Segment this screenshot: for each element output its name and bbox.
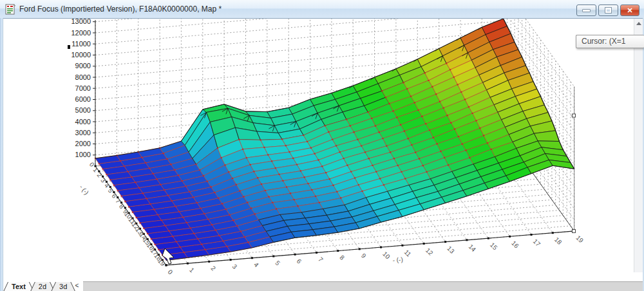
view-tab-bar: Text 2d 3d < xyxy=(3,281,643,291)
svg-text:4000: 4000 xyxy=(75,118,91,126)
svg-text:- (-): - (-) xyxy=(392,256,403,263)
svg-text:8000: 8000 xyxy=(75,73,91,81)
svg-text:6000: 6000 xyxy=(75,95,91,103)
svg-text:18: 18 xyxy=(553,236,564,246)
close-icon: ✕ xyxy=(627,6,632,15)
surface-plot-canvas[interactable]: 1000200030004000500060007000800090001000… xyxy=(3,19,643,291)
map-editor-window: Ford Focus (Importierted Version), F18A0… xyxy=(0,0,644,291)
svg-text:9000: 9000 xyxy=(75,62,91,70)
svg-text:12: 12 xyxy=(424,247,435,257)
svg-text:16: 16 xyxy=(510,239,520,250)
cursor-tooltip: Cursor: (X=1 xyxy=(576,35,644,48)
svg-text:11: 11 xyxy=(402,249,412,258)
map-document-icon xyxy=(5,4,16,15)
svg-text:5: 5 xyxy=(274,259,281,267)
svg-text:- (-): - (-) xyxy=(78,183,90,196)
tab-3d[interactable]: 3d xyxy=(51,281,75,291)
title-bar[interactable]: Ford Focus (Importierted Version), F18A0… xyxy=(0,0,644,19)
svg-text:2000: 2000 xyxy=(75,140,91,147)
svg-text:6: 6 xyxy=(296,258,303,265)
tab-strip-scrollbar[interactable] xyxy=(83,281,643,291)
svg-text:17: 17 xyxy=(532,238,542,248)
minimize-icon xyxy=(582,9,591,12)
svg-text:1000: 1000 xyxy=(75,151,91,158)
map-3d-view[interactable]: 1000200030004000500060007000800090001000… xyxy=(3,19,643,291)
svg-text:0: 0 xyxy=(167,268,175,276)
svg-text:8: 8 xyxy=(338,254,346,261)
svg-text:10: 10 xyxy=(381,250,392,261)
close-button[interactable]: ✕ xyxy=(620,5,639,16)
svg-text:14: 14 xyxy=(467,243,477,253)
svg-text:4: 4 xyxy=(252,261,260,268)
svg-text:11000: 11000 xyxy=(71,40,91,48)
svg-text:7: 7 xyxy=(317,256,325,263)
svg-text:13000: 13000 xyxy=(71,19,91,25)
svg-text:5000: 5000 xyxy=(75,106,91,114)
svg-text:2: 2 xyxy=(209,265,217,272)
svg-text:10000: 10000 xyxy=(71,51,91,59)
svg-text:12000: 12000 xyxy=(71,29,91,37)
svg-text:13: 13 xyxy=(446,245,456,255)
maximize-icon xyxy=(605,8,611,13)
svg-text:3000: 3000 xyxy=(75,129,91,136)
minimize-button[interactable] xyxy=(576,5,596,16)
svg-text:15: 15 xyxy=(489,241,499,252)
vertical-scrollbar[interactable] xyxy=(634,19,643,272)
svg-text:7000: 7000 xyxy=(75,84,91,92)
tab-text[interactable]: Text xyxy=(3,281,34,291)
svg-text:9: 9 xyxy=(360,252,368,259)
scroll-up-icon[interactable] xyxy=(636,22,641,25)
svg-text:3: 3 xyxy=(231,263,239,270)
maximize-button[interactable] xyxy=(598,5,618,16)
window-title: Ford Focus (Importierted Version), F18A0… xyxy=(19,5,222,14)
svg-text:19: 19 xyxy=(574,234,585,245)
svg-text:1: 1 xyxy=(188,267,196,274)
